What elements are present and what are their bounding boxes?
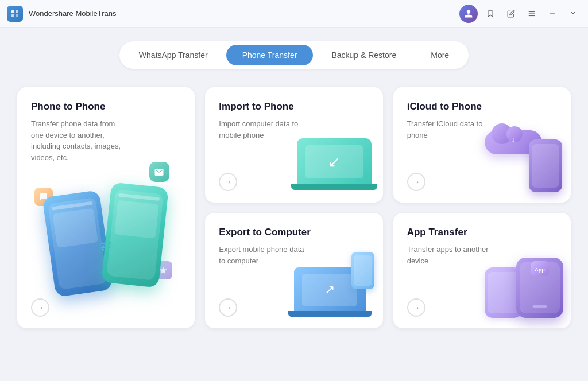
menu-button[interactable] [524, 6, 540, 22]
card-import-to-phone[interactable]: Import to Phone Import computer data to … [205, 87, 382, 203]
card-export-arrow[interactable]: → [219, 298, 237, 317]
card-export-title: Export to Computer [219, 227, 369, 238]
floating-icon-1 [149, 162, 169, 182]
app-logo [7, 6, 23, 22]
tab-more[interactable]: More [415, 45, 465, 65]
svg-rect-0 [11, 10, 14, 13]
import-illustration: ↙ [291, 126, 377, 192]
svg-rect-1 [16, 10, 18, 13]
transfer-arrow: ⇄ [100, 238, 112, 254]
minimize-button[interactable] [544, 6, 560, 22]
card-phone-to-phone-title: Phone to Phone [31, 101, 181, 112]
bookmark-button[interactable] [482, 6, 498, 22]
card-app-title: App Transfer [407, 227, 557, 238]
edit-button[interactable] [503, 6, 519, 22]
app-title: Wondershare MobileTrans [29, 9, 116, 18]
icloud-illustration: ↓ [479, 123, 565, 192]
card-icloud-title: iCloud to Phone [407, 101, 557, 112]
tab-phone-transfer[interactable]: Phone Transfer [226, 45, 314, 65]
svg-rect-2 [11, 14, 14, 17]
window-controls [459, 5, 581, 23]
card-phone-to-phone[interactable]: Phone to Phone Transfer phone data from … [17, 87, 195, 328]
app-illustration: App [476, 252, 568, 318]
close-button[interactable] [565, 6, 581, 22]
export-illustration: ↗ [288, 252, 380, 318]
tab-backup-restore[interactable]: Backup & Restore [315, 45, 412, 65]
card-import-title: Import to Phone [219, 101, 369, 112]
cards-grid: Phone to Phone Transfer phone data from … [17, 87, 571, 328]
card-export-to-computer[interactable]: Export to Computer Export mobile phone d… [205, 213, 382, 328]
nav-tabs: WhatsApp Transfer Phone Transfer Backup … [17, 41, 571, 69]
titlebar: Wondershare MobileTrans [0, 0, 588, 28]
card-icloud-to-phone[interactable]: iCloud to Phone Transfer iCloud data to … [393, 87, 571, 203]
card-phone-to-phone-arrow[interactable]: → [31, 298, 49, 317]
svg-rect-3 [16, 14, 18, 17]
main-content: WhatsApp Transfer Phone Transfer Backup … [0, 28, 588, 381]
card-icloud-arrow[interactable]: → [407, 173, 425, 191]
card-app-arrow[interactable]: → [407, 298, 425, 317]
nav-pills-container: WhatsApp Transfer Phone Transfer Backup … [119, 41, 469, 69]
card-import-arrow[interactable]: → [219, 173, 237, 191]
card-app-transfer[interactable]: App Transfer Transfer apps to another de… [393, 213, 571, 328]
profile-button[interactable] [459, 5, 478, 23]
tab-whatsapp-transfer[interactable]: WhatsApp Transfer [123, 45, 224, 65]
phone-right [101, 182, 169, 287]
